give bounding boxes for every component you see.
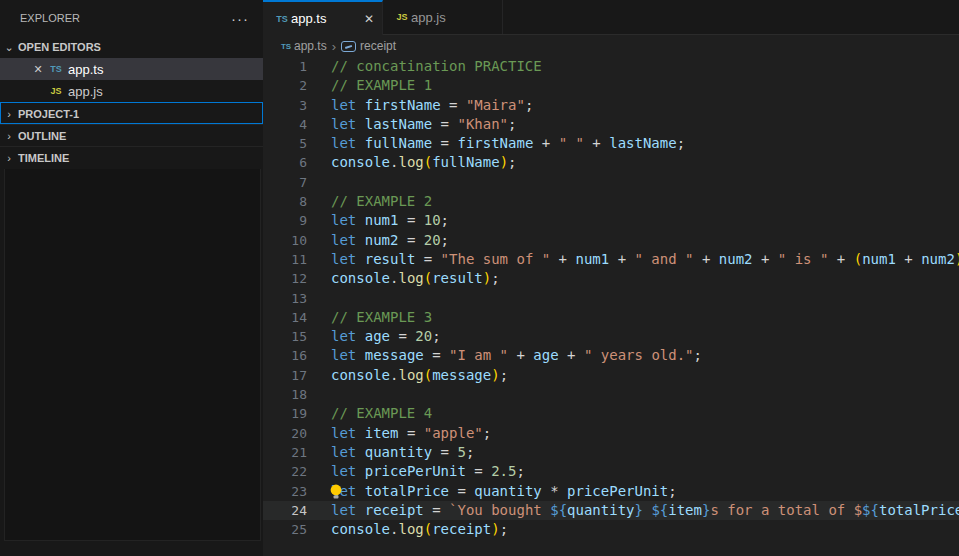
chevron-right-icon[interactable]: › xyxy=(0,152,18,164)
line-number[interactable]: 3 xyxy=(263,96,307,115)
editor-area: TS app.ts ✕ JS app.js TS app.ts › receip… xyxy=(263,0,959,556)
section-open-editors[interactable]: ⌄ OPEN EDITORS xyxy=(0,36,263,58)
sidebar-item-timeline[interactable]: › TIMELINE xyxy=(0,146,263,168)
code-token: num2 xyxy=(921,251,955,267)
line-number[interactable]: 24 xyxy=(263,501,307,520)
line-number[interactable]: 17 xyxy=(263,366,307,385)
code-line[interactable]: 14// EXAMPLE 3 xyxy=(263,308,959,327)
line-number[interactable]: 5 xyxy=(263,134,307,153)
open-editor-app-js[interactable]: ✕ JS app.js xyxy=(0,80,263,102)
code-line[interactable]: 13 xyxy=(263,289,959,308)
code-line[interactable]: 22let pricePerUnit = 2.5; xyxy=(263,462,959,481)
close-icon[interactable]: ✕ xyxy=(364,12,374,26)
sidebar-item-outline[interactable]: › OUTLINE xyxy=(0,124,263,146)
line-number[interactable]: 1 xyxy=(263,57,307,76)
line-number[interactable]: 7 xyxy=(263,173,307,192)
code-token: // EXAMPLE 1 xyxy=(331,77,432,93)
line-number[interactable]: 10 xyxy=(263,231,307,250)
chevron-down-icon[interactable]: ⌄ xyxy=(0,41,18,54)
code-token: let xyxy=(331,502,356,518)
code-token: log xyxy=(398,154,423,170)
line-number[interactable]: 25 xyxy=(263,520,307,539)
line-number[interactable]: 21 xyxy=(263,443,307,462)
line-number[interactable]: 14 xyxy=(263,308,307,327)
typescript-file-icon: TS xyxy=(46,64,66,74)
code-token: console xyxy=(331,270,390,286)
code-line[interactable]: 9let num1 = 10; xyxy=(263,211,959,230)
line-number[interactable]: 16 xyxy=(263,346,307,365)
code-token: ${ xyxy=(550,502,567,518)
more-actions-icon[interactable]: ··· xyxy=(231,10,249,27)
code-token: + xyxy=(584,135,609,151)
code-text: let message = "I am " + age + " years ol… xyxy=(307,346,702,365)
chevron-right-icon[interactable]: › xyxy=(0,108,18,120)
code-token: let xyxy=(331,444,356,460)
close-icon[interactable]: ✕ xyxy=(30,63,46,76)
line-number[interactable]: 11 xyxy=(263,250,307,269)
breadcrumb-file[interactable]: app.ts xyxy=(294,39,327,53)
code-token: 2.5 xyxy=(491,463,516,479)
code-token: = xyxy=(432,135,457,151)
section-label: OUTLINE xyxy=(18,130,66,142)
line-number[interactable]: 19 xyxy=(263,404,307,423)
code-line[interactable]: 11let result = "The sum of " + num1 + " … xyxy=(263,250,959,269)
line-number[interactable]: 20 xyxy=(263,424,307,443)
line-number[interactable]: 8 xyxy=(263,192,307,211)
explorer-header: EXPLORER ··· xyxy=(0,0,263,36)
code-line[interactable]: 17console.log(message); xyxy=(263,366,959,385)
code-line[interactable]: 15let age = 20; xyxy=(263,327,959,346)
line-number[interactable]: 9 xyxy=(263,211,307,230)
code-token: let xyxy=(331,232,356,248)
code-token: ; xyxy=(491,270,499,286)
line-number[interactable]: 13 xyxy=(263,289,307,308)
line-number[interactable]: 18 xyxy=(263,385,307,404)
code-token: = xyxy=(441,97,466,113)
code-line[interactable]: 5let fullName = firstName + " " + lastNa… xyxy=(263,134,959,153)
code-line[interactable]: 3let firstName = "Maira"; xyxy=(263,96,959,115)
code-line[interactable]: 8// EXAMPLE 2 xyxy=(263,192,959,211)
breadcrumb-symbol[interactable]: receipt xyxy=(360,39,396,53)
code-line[interactable]: 16let message = "I am " + age + " years … xyxy=(263,346,959,365)
code-token: ( xyxy=(424,521,432,537)
code-token: ; xyxy=(466,444,474,460)
code-line[interactable]: 12console.log(result); xyxy=(263,269,959,288)
code-token: item xyxy=(365,425,399,441)
tab-app-js[interactable]: JS app.js xyxy=(383,0,503,34)
lightbulb-icon[interactable] xyxy=(329,484,343,500)
line-number[interactable]: 15 xyxy=(263,327,307,346)
code-line[interactable]: 2// EXAMPLE 1 xyxy=(263,76,959,95)
code-line[interactable]: 7 xyxy=(263,173,959,192)
sidebar-item-project-1[interactable]: › PROJECT-1 xyxy=(0,102,263,124)
code-line[interactable]: 18 xyxy=(263,385,959,404)
code-area[interactable]: 1// concatination PRACTICE2// EXAMPLE 13… xyxy=(263,57,959,556)
code-token: ${ xyxy=(651,502,668,518)
code-line[interactable]: 25console.log(receipt); xyxy=(263,520,959,539)
code-line[interactable]: 21let quantity = 5; xyxy=(263,443,959,462)
code-token: * xyxy=(542,483,567,499)
code-line[interactable]: 23let totalPrice = quantity * pricePerUn… xyxy=(263,482,959,501)
line-number[interactable]: 4 xyxy=(263,115,307,134)
code-line[interactable]: 1// concatination PRACTICE xyxy=(263,57,959,76)
code-token: ; xyxy=(432,328,440,344)
file-name: app.js xyxy=(68,84,103,99)
code-line[interactable]: 4let lastName = "Khan"; xyxy=(263,115,959,134)
code-line[interactable]: 6console.log(fullName); xyxy=(263,153,959,172)
line-number[interactable]: 2 xyxy=(263,76,307,95)
code-line[interactable]: 19// EXAMPLE 4 xyxy=(263,404,959,423)
code-line[interactable]: 24let receipt = `You bought ${quantity} … xyxy=(263,501,959,520)
line-number[interactable]: 22 xyxy=(263,462,307,481)
code-line[interactable]: 20let item = "apple"; xyxy=(263,424,959,443)
code-token: let xyxy=(331,251,356,267)
code-token xyxy=(356,251,364,267)
line-number[interactable]: 6 xyxy=(263,153,307,172)
code-text xyxy=(307,289,331,308)
code-token: console xyxy=(331,154,390,170)
open-editor-app-ts[interactable]: ✕ TS app.ts xyxy=(0,58,263,80)
line-number[interactable]: 12 xyxy=(263,269,307,288)
code-token: ; xyxy=(508,116,516,132)
line-number[interactable]: 23 xyxy=(263,482,307,501)
tab-app-ts[interactable]: TS app.ts ✕ xyxy=(263,0,383,35)
code-token: ) xyxy=(491,367,499,383)
chevron-right-icon[interactable]: › xyxy=(0,130,18,142)
code-line[interactable]: 10let num2 = 20; xyxy=(263,231,959,250)
